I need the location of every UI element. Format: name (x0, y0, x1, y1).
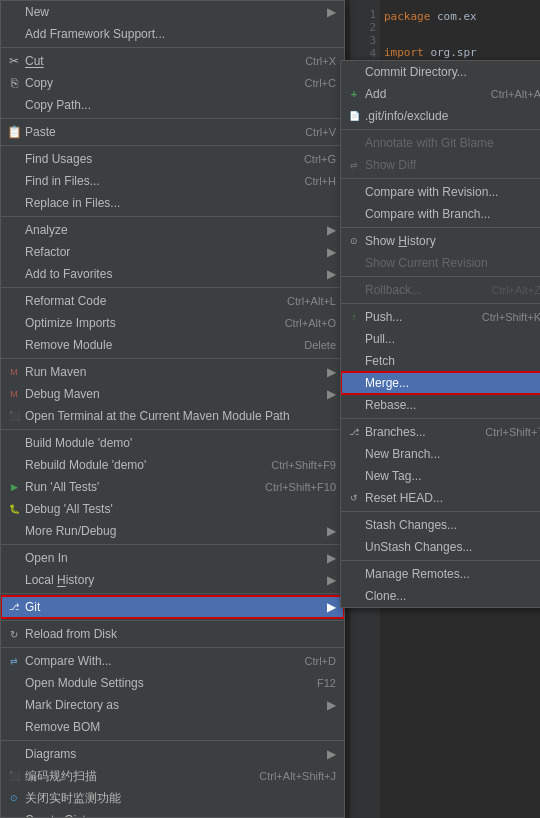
run-maven-arrow: ▶ (327, 365, 336, 379)
submenu-merge[interactable]: Merge... (341, 372, 540, 394)
menu-item-find-usages[interactable]: Find Usages Ctrl+G (1, 148, 344, 170)
menu-item-find-in-files[interactable]: Find in Files... Ctrl+H (1, 170, 344, 192)
menu-item-optimize-imports[interactable]: Optimize Imports Ctrl+Alt+O (1, 312, 344, 334)
submenu-rebase[interactable]: Rebase... (341, 394, 540, 416)
submenu-show-diff[interactable]: ⇄ Show Diff (341, 154, 540, 176)
copy-icon: ⎘ (5, 76, 23, 90)
scan-icon: ⬛ (5, 771, 23, 781)
run-icon: ▶ (5, 482, 23, 492)
menu-item-more-run-debug[interactable]: More Run/Debug ▶ (1, 520, 344, 542)
menu-item-run-maven[interactable]: M Run Maven ▶ (1, 361, 344, 383)
separator-5 (1, 287, 344, 288)
submenu-push[interactable]: ↑ Push... Ctrl+Shift+K (341, 306, 540, 328)
menu-item-reformat-code[interactable]: Reformat Code Ctrl+Alt+L (1, 290, 344, 312)
submenu-rollback[interactable]: Rollback... Ctrl+Alt+Z (341, 279, 540, 301)
menu-item-git[interactable]: ⎇ Git ▶ (1, 596, 344, 618)
submenu-new-tag[interactable]: New Tag... (341, 465, 540, 487)
menu-item-rebuild-module[interactable]: Rebuild Module 'demo' Ctrl+Shift+F9 (1, 454, 344, 476)
submenu-show-current-revision[interactable]: Show Current Revision (341, 252, 540, 274)
menu-item-scan-code-label: 编码规约扫描 (25, 768, 97, 785)
menu-item-cut-label: Cut (25, 54, 44, 68)
menu-item-open-terminal[interactable]: ⬛ Open Terminal at the Current Maven Mod… (1, 405, 344, 427)
menu-item-cut[interactable]: ✂ Cut Ctrl+X (1, 50, 344, 72)
submenu-fetch[interactable]: Fetch (341, 350, 540, 372)
menu-item-debug-all-tests[interactable]: 🐛 Debug 'All Tests' (1, 498, 344, 520)
submenu-pull[interactable]: Pull... (341, 328, 540, 350)
submenu-branches[interactable]: ⎇ Branches... Ctrl+Shift+` (341, 421, 540, 443)
menu-item-add-framework[interactable]: Add Framework Support... (1, 23, 344, 45)
separator-r5 (341, 303, 540, 304)
diff-icon: ⇄ (345, 160, 363, 170)
menu-item-mark-directory-as[interactable]: Mark Directory as ▶ (1, 694, 344, 716)
rebuild-shortcut: Ctrl+Shift+F9 (251, 459, 336, 471)
submenu-add[interactable]: + Add Ctrl+Alt+A (341, 83, 540, 105)
submenu-manage-remotes[interactable]: Manage Remotes... (341, 563, 540, 585)
menu-item-analyze-label: Analyze (25, 223, 68, 237)
menu-item-build-module[interactable]: Build Module 'demo' (1, 432, 344, 454)
debug-icon: 🐛 (5, 504, 23, 514)
submenu-add-label: Add (365, 87, 386, 101)
menu-item-local-history[interactable]: Local History ▶ (1, 569, 344, 591)
submenu-compare-revision-label: Compare with Revision... (365, 185, 498, 199)
menu-item-find-in-files-label: Find in Files... (25, 174, 100, 188)
menu-item-add-to-favorites[interactable]: Add to Favorites ▶ (1, 263, 344, 285)
github-icon: ⊛ (5, 815, 23, 819)
menu-item-refactor[interactable]: Refactor ▶ (1, 241, 344, 263)
debug-maven-icon: M (5, 389, 23, 399)
separator-r6 (341, 418, 540, 419)
submenu-show-current-revision-label: Show Current Revision (365, 256, 488, 270)
menu-item-run-all-tests[interactable]: ▶ Run 'All Tests' Ctrl+Shift+F10 (1, 476, 344, 498)
branches-shortcut: Ctrl+Shift+` (485, 426, 540, 438)
diagrams-arrow: ▶ (327, 747, 336, 761)
menu-item-run-maven-label: Run Maven (25, 365, 86, 379)
menu-item-copy[interactable]: ⎘ Copy Ctrl+C (1, 72, 344, 94)
submenu-commit-directory[interactable]: Commit Directory... (341, 61, 540, 83)
submenu-annotate[interactable]: Annotate with Git Blame (341, 132, 540, 154)
menu-item-open-terminal-label: Open Terminal at the Current Maven Modul… (25, 409, 290, 423)
submenu-new-branch[interactable]: New Branch... (341, 443, 540, 465)
menu-item-new[interactable]: New ▶ (1, 1, 344, 23)
menu-item-open-module-settings-label: Open Module Settings (25, 676, 144, 690)
menu-item-reload-from-disk[interactable]: ↻ Reload from Disk (1, 623, 344, 645)
submenu-show-history[interactable]: ⊙ Show History (341, 230, 540, 252)
menu-item-close-monitor[interactable]: ⊙ 关闭实时监测功能 (1, 787, 344, 809)
submenu-clone[interactable]: Clone... (341, 585, 540, 607)
menu-item-remove-module[interactable]: Remove Module Delete (1, 334, 344, 356)
separator-r7 (341, 511, 540, 512)
menu-item-copy-path[interactable]: Copy Path... (1, 94, 344, 116)
menu-item-open-module-settings[interactable]: Open Module Settings F12 (1, 672, 344, 694)
submenu-rebase-label: Rebase... (365, 398, 416, 412)
menu-item-open-in[interactable]: Open In ▶ (1, 547, 344, 569)
submenu-new-tag-label: New Tag... (365, 469, 421, 483)
file-icon: 📄 (345, 111, 363, 121)
menu-item-debug-maven[interactable]: M Debug Maven ▶ (1, 383, 344, 405)
git-submenu: Commit Directory... + Add Ctrl+Alt+A 📄 .… (340, 60, 540, 608)
menu-item-compare-with-label: Compare With... (25, 654, 112, 668)
menu-item-analyze[interactable]: Analyze ▶ (1, 219, 344, 241)
menu-item-git-label: Git (25, 600, 40, 614)
menu-item-paste[interactable]: 📋 Paste Ctrl+V (1, 121, 344, 143)
submenu-reset-head[interactable]: ↺ Reset HEAD... (341, 487, 540, 509)
cut-shortcut: Ctrl+X (285, 55, 336, 67)
menu-item-compare-with[interactable]: ⇄ Compare With... Ctrl+D (1, 650, 344, 672)
submenu-git-exclude[interactable]: 📄 .git/info/exclude (341, 105, 540, 127)
submenu-clone-label: Clone... (365, 589, 406, 603)
menu-item-diagrams[interactable]: Diagrams ▶ (1, 743, 344, 765)
submenu-compare-revision[interactable]: Compare with Revision... (341, 181, 540, 203)
submenu-compare-branch-label: Compare with Branch... (365, 207, 490, 221)
separator-9 (1, 593, 344, 594)
menu-item-replace-in-files[interactable]: Replace in Files... (1, 192, 344, 214)
menu-item-scan-code[interactable]: ⬛ 编码规约扫描 Ctrl+Alt+Shift+J (1, 765, 344, 787)
menu-item-add-framework-label: Add Framework Support... (25, 27, 165, 41)
analyze-arrow: ▶ (327, 223, 336, 237)
menu-item-create-gist-label: Create Gist... (25, 813, 96, 818)
menu-item-reload-from-disk-label: Reload from Disk (25, 627, 117, 641)
submenu-compare-branch[interactable]: Compare with Branch... (341, 203, 540, 225)
menu-item-create-gist[interactable]: ⊛ Create Gist... (1, 809, 344, 818)
favorites-arrow: ▶ (327, 267, 336, 281)
submenu-fetch-label: Fetch (365, 354, 395, 368)
mark-directory-arrow: ▶ (327, 698, 336, 712)
menu-item-remove-bom[interactable]: Remove BOM (1, 716, 344, 738)
submenu-stash-changes[interactable]: Stash Changes... (341, 514, 540, 536)
submenu-unstash-changes[interactable]: UnStash Changes... (341, 536, 540, 558)
